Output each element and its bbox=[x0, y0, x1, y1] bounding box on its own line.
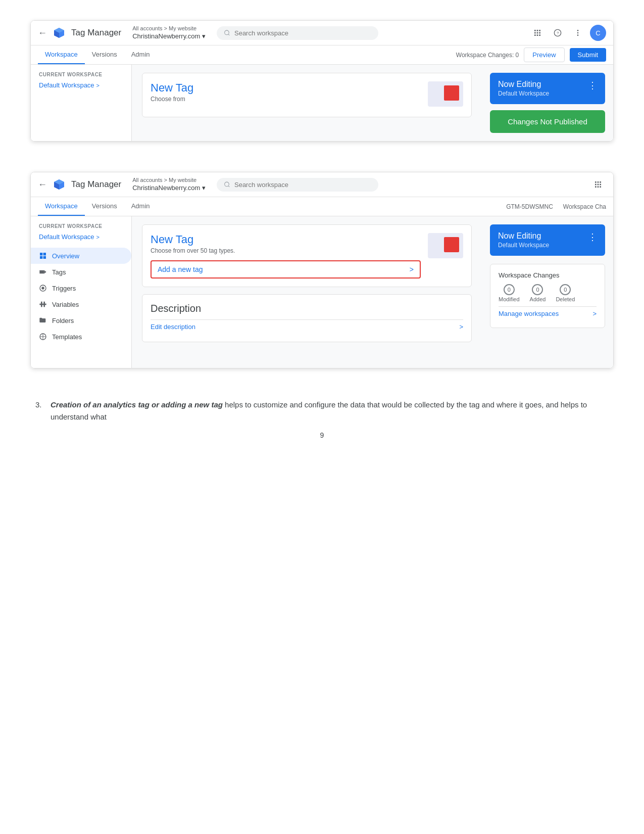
now-editing-card-2: Now Editing Default Workspace ⋮ bbox=[490, 224, 605, 256]
svg-rect-22 bbox=[600, 186, 601, 188]
ws-change-deleted: 0 Deleted bbox=[556, 284, 575, 302]
subnav-workspace-1[interactable]: Workspace bbox=[38, 45, 85, 64]
sub-nav-1: Workspace Versions Admin Workspace Chang… bbox=[31, 45, 613, 65]
three-dots-1[interactable]: ⋮ bbox=[588, 80, 597, 91]
triggers-icon bbox=[39, 284, 47, 292]
back-arrow-1[interactable]: ← bbox=[38, 28, 47, 38]
breadcrumb-top-1: All accounts > My website bbox=[132, 25, 206, 32]
folders-icon bbox=[39, 316, 47, 325]
search-icon-2 bbox=[224, 181, 230, 188]
workspace-changes-text-1: Workspace Changes: 0 bbox=[456, 52, 519, 59]
screenshot-2: ← Tag Manager All accounts > My website … bbox=[30, 172, 614, 368]
right-panel-1: Now Editing Default Workspace ⋮ Changes … bbox=[482, 65, 613, 141]
edit-description-label-2: Edit description bbox=[151, 323, 195, 331]
svg-rect-1 bbox=[537, 30, 538, 31]
submit-button-1[interactable]: Submit bbox=[570, 48, 606, 62]
right-panel-2: Now Editing Default Workspace ⋮ Workspac… bbox=[482, 216, 613, 368]
svg-rect-23 bbox=[40, 253, 42, 255]
ws-change-added-label: Added bbox=[530, 296, 546, 302]
ws-change-deleted-circle: 0 bbox=[560, 284, 571, 295]
description-title-2: Description bbox=[151, 303, 463, 314]
breadcrumb-2: All accounts > My website ChristinaNewbe… bbox=[132, 176, 206, 192]
main-content-1: CURRENT WORKSPACE Default Workspace > Ne… bbox=[31, 65, 613, 141]
svg-marker-28 bbox=[44, 270, 46, 274]
back-arrow-2[interactable]: ← bbox=[38, 179, 47, 190]
sidebar-item-templates[interactable]: Templates bbox=[31, 329, 131, 345]
now-editing-text-2: Now Editing bbox=[498, 231, 549, 241]
more-icon-btn-1[interactable] bbox=[570, 25, 586, 41]
workspace-expand-arrow-2: > bbox=[96, 234, 100, 240]
workspace-changes-text-2: Workspace Cha bbox=[563, 203, 606, 210]
avatar-1[interactable]: C bbox=[590, 25, 606, 41]
middle-panel-1: New Tag Choose from bbox=[132, 65, 482, 141]
svg-rect-3 bbox=[534, 32, 536, 34]
sub-nav-2: Workspace Versions Admin GTM-5DWSMNC Wor… bbox=[31, 197, 613, 216]
app-title-1: Tag Manager bbox=[71, 28, 121, 38]
svg-rect-25 bbox=[40, 256, 42, 259]
search-bar-1[interactable] bbox=[217, 26, 378, 40]
nav-icons-2 bbox=[590, 176, 606, 193]
now-editing-sub-1: Default Workspace bbox=[498, 90, 549, 97]
search-bar-2[interactable] bbox=[217, 178, 378, 192]
sidebar-item-triggers[interactable]: Triggers bbox=[31, 280, 131, 296]
sidebar-1: CURRENT WORKSPACE Default Workspace > bbox=[31, 65, 132, 141]
search-icon-1 bbox=[224, 29, 230, 36]
svg-rect-19 bbox=[600, 184, 601, 186]
body-text-section: 3. Creation of an analytics tag or addin… bbox=[30, 399, 614, 439]
grid-icon-btn-1[interactable] bbox=[529, 25, 546, 41]
svg-point-12 bbox=[577, 32, 579, 34]
subnav-admin-2[interactable]: Admin bbox=[124, 197, 157, 216]
tag-illustration-2 bbox=[428, 233, 463, 258]
three-dots-2[interactable]: ⋮ bbox=[588, 231, 597, 243]
breadcrumb-bottom-2[interactable]: ChristinaNewberry.com ▾ bbox=[132, 184, 206, 193]
subnav-versions-1[interactable]: Versions bbox=[85, 45, 124, 64]
edit-description-arrow-2: > bbox=[459, 323, 463, 331]
manage-workspaces-row-2[interactable]: Manage workspaces > bbox=[499, 306, 597, 320]
current-workspace-label-2: CURRENT WORKSPACE bbox=[31, 223, 131, 229]
sidebar-item-folders[interactable]: Folders bbox=[31, 312, 131, 329]
grid-icon-2 bbox=[594, 180, 602, 189]
add-new-tag-row-2[interactable]: Add a new tag > bbox=[151, 260, 421, 279]
main-content-2: CURRENT WORKSPACE Default Workspace > Ov… bbox=[31, 216, 613, 368]
new-tag-section-1: New Tag Choose from bbox=[142, 73, 472, 117]
preview-button-1[interactable]: Preview bbox=[524, 48, 564, 62]
svg-rect-16 bbox=[600, 181, 601, 183]
grid-icon-btn-2[interactable] bbox=[590, 176, 606, 193]
svg-point-30 bbox=[41, 287, 44, 289]
gtm-code-2: GTM-5DWSMNC bbox=[501, 203, 558, 210]
ws-change-added: 0 Added bbox=[530, 284, 546, 302]
overview-icon bbox=[39, 252, 47, 260]
changes-not-published-1: Changes Not Published bbox=[490, 110, 605, 133]
sidebar-item-triggers-label: Triggers bbox=[52, 285, 76, 292]
svg-point-11 bbox=[577, 30, 579, 31]
subnav-admin-1[interactable]: Admin bbox=[124, 45, 157, 64]
svg-rect-31 bbox=[39, 304, 46, 305]
search-input-1[interactable] bbox=[234, 29, 371, 37]
svg-rect-15 bbox=[598, 181, 599, 183]
ws-change-added-circle: 0 bbox=[532, 284, 543, 295]
new-tag-title-1: New Tag bbox=[151, 81, 193, 95]
add-new-tag-label-2: Add a new tag bbox=[158, 265, 203, 273]
sidebar-item-overview[interactable]: Overview bbox=[31, 248, 131, 264]
now-editing-card-1: Now Editing Default Workspace ⋮ bbox=[490, 73, 605, 104]
sidebar-item-tags[interactable]: Tags bbox=[31, 264, 131, 280]
tag-manager-logo-2 bbox=[53, 178, 65, 191]
manage-workspaces-label-2: Manage workspaces bbox=[499, 310, 559, 317]
ws-change-modified: 0 Modified bbox=[499, 284, 520, 302]
workspace-name-row-1[interactable]: Default Workspace > bbox=[31, 79, 131, 91]
now-editing-sub-2: Default Workspace bbox=[498, 242, 549, 249]
new-tag-section-2: New Tag Choose from over 50 tag types. A… bbox=[142, 224, 472, 287]
workspace-name-row-2[interactable]: Default Workspace > bbox=[31, 231, 131, 243]
breadcrumb-bottom-1[interactable]: ChristinaNewberry.com ▾ bbox=[132, 32, 206, 41]
sidebar-item-variables[interactable]: Variables bbox=[31, 296, 131, 312]
svg-rect-6 bbox=[534, 34, 536, 36]
search-input-2[interactable] bbox=[234, 181, 371, 189]
sidebar-item-tags-label: Tags bbox=[52, 268, 66, 276]
subnav-right-2: GTM-5DWSMNC Workspace Cha bbox=[501, 203, 606, 210]
workspace-name-text-2: Default Workspace bbox=[39, 233, 94, 241]
subnav-workspace-2[interactable]: Workspace bbox=[38, 197, 85, 216]
tags-icon bbox=[39, 268, 47, 276]
subnav-versions-2[interactable]: Versions bbox=[85, 197, 124, 216]
help-icon-btn-1[interactable]: ? bbox=[550, 25, 566, 41]
edit-description-row-2[interactable]: Edit description > bbox=[151, 319, 463, 334]
